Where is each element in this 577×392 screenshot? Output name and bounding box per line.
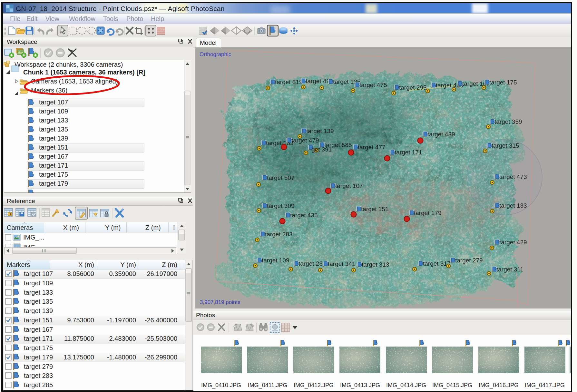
svg-text:IMG_0412.JPG: IMG_0412.JPG <box>294 382 334 389</box>
svg-text:target 171: target 171 <box>39 162 68 169</box>
svg-text:target 283: target 283 <box>24 372 53 379</box>
svg-text:IMG_0410.JPG: IMG_0410.JPG <box>201 382 241 389</box>
svg-text:target 435: target 435 <box>290 212 318 219</box>
svg-text:Workspace (2 chunks, 3306 came: Workspace (2 chunks, 3306 cameras) <box>15 61 123 68</box>
svg-text:11.875000: 11.875000 <box>64 335 94 342</box>
svg-text:target 179: target 179 <box>39 180 68 187</box>
svg-text:IMG_0416.JPG: IMG_0416.JPG <box>479 382 519 389</box>
svg-text:0.359000: 0.359000 <box>109 270 136 277</box>
svg-text:IMG_0414.JPG: IMG_0414.JPG <box>386 382 426 389</box>
svg-text:target 175: target 175 <box>489 79 517 86</box>
svg-text:target 313: target 313 <box>362 261 389 268</box>
svg-text:target 139: target 139 <box>39 135 68 142</box>
svg-text:-1.197000: -1.197000 <box>107 317 136 324</box>
svg-text:target 359: target 359 <box>494 118 522 125</box>
svg-text:IMG_0417.JPG: IMG_0417.JPG <box>525 382 565 389</box>
svg-text:target 167: target 167 <box>24 326 53 333</box>
svg-text:9.753000: 9.753000 <box>67 317 94 324</box>
svg-text:target 151: target 151 <box>361 206 389 212</box>
svg-text:target 473: target 473 <box>499 173 527 180</box>
svg-text:target 139: target 139 <box>24 307 53 314</box>
svg-text:target 279: target 279 <box>24 363 53 370</box>
svg-text:target 439: target 439 <box>427 131 455 138</box>
svg-text:target 167: target 167 <box>39 153 68 160</box>
svg-text:-25.503000: -25.503000 <box>145 335 177 342</box>
svg-text:target 479: target 479 <box>291 137 319 144</box>
svg-text:target 477: target 477 <box>358 144 386 151</box>
svg-text:target 429: target 429 <box>499 239 527 246</box>
svg-text:IMG_0415.JPG: IMG_0415.JPG <box>432 382 472 389</box>
svg-text:target 109: target 109 <box>24 279 53 287</box>
svg-text:target 107: target 107 <box>335 182 363 189</box>
svg-text:target 107: target 107 <box>39 99 68 106</box>
svg-text:IMG_...: IMG_... <box>23 234 44 241</box>
svg-text:get 391: get 391 <box>311 146 332 153</box>
svg-text:target 109: target 109 <box>39 108 68 115</box>
svg-text:-26.400000: -26.400000 <box>145 317 177 324</box>
svg-text:target 135: target 135 <box>39 126 68 133</box>
svg-text:target 179: target 179 <box>24 354 53 361</box>
svg-text:target 507: target 507 <box>267 174 295 181</box>
svg-text:target 285: target 285 <box>24 381 53 388</box>
svg-text:target 139: target 139 <box>306 128 334 134</box>
svg-text:target 311: target 311 <box>496 266 523 273</box>
svg-text:IMG_0413.JPG: IMG_0413.JPG <box>340 382 380 389</box>
svg-text:target 295: target 295 <box>399 84 427 91</box>
svg-text:target 283: target 283 <box>265 231 293 238</box>
svg-text:Orthographic: Orthographic <box>200 51 231 57</box>
svg-text:target 279: target 279 <box>455 257 483 264</box>
svg-text:target 109: target 109 <box>262 257 289 264</box>
svg-text:13.175000: 13.175000 <box>64 354 94 361</box>
svg-text:target 171: target 171 <box>395 149 422 156</box>
svg-text:target 315: target 315 <box>492 142 519 149</box>
svg-text:target 133: target 133 <box>499 202 527 209</box>
svg-text:IMG_0411.JPG: IMG_0411.JPG <box>248 382 288 389</box>
svg-text:3,907,819 points: 3,907,819 points <box>200 299 240 305</box>
svg-text:-1.480000: -1.480000 <box>107 354 136 361</box>
svg-text:target 133: target 133 <box>24 289 53 296</box>
svg-text:target 107: target 107 <box>24 270 53 277</box>
svg-text:target 133: target 133 <box>39 117 68 124</box>
svg-text:target 175: target 175 <box>24 344 53 351</box>
svg-text:-26.197000: -26.197000 <box>145 270 177 277</box>
svg-text:target 287: target 287 <box>298 260 326 267</box>
svg-text:target 475: target 475 <box>359 82 387 88</box>
svg-text:target 151: target 151 <box>39 144 68 151</box>
svg-text:target 151: target 151 <box>24 317 53 324</box>
svg-text:8.056000: 8.056000 <box>67 270 94 277</box>
svg-text:target 179: target 179 <box>414 210 442 216</box>
svg-text:target 175: target 175 <box>39 171 68 178</box>
svg-text:target 341: target 341 <box>328 260 356 267</box>
svg-text:target 135: target 135 <box>24 298 53 305</box>
svg-text:target 171: target 171 <box>24 335 53 342</box>
svg-text:2.483000: 2.483000 <box>109 335 136 342</box>
svg-text:-26.299000: -26.299000 <box>145 354 177 361</box>
svg-text:target 309: target 309 <box>267 202 295 209</box>
svg-text:target 619: target 619 <box>275 79 303 85</box>
